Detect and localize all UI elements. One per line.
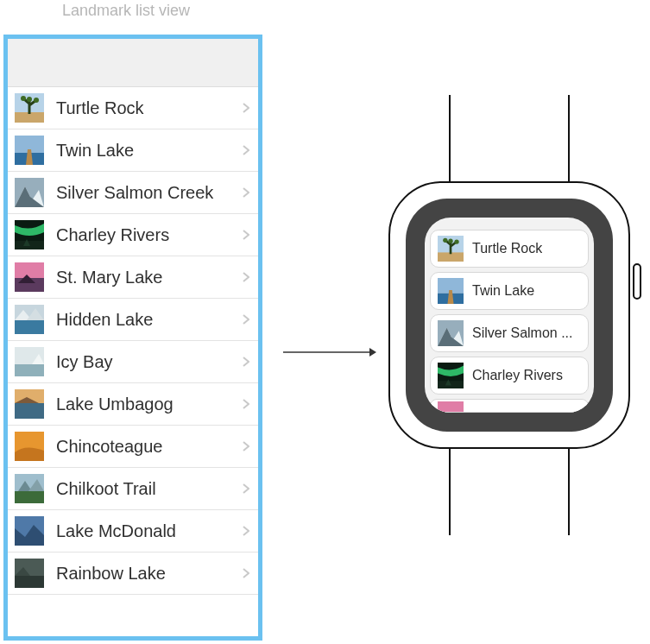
navigation-bar (8, 39, 258, 87)
thumbnail-icon (438, 236, 464, 262)
chevron-right-icon (243, 526, 249, 536)
watch-band-bottom (449, 440, 570, 535)
svg-marker-38 (369, 348, 376, 357)
landmark-name-label: Icy Bay (56, 352, 243, 372)
chevron-right-icon (243, 230, 249, 240)
landmark-name-label: Charley Rivers (472, 368, 563, 383)
thumbnail-icon (15, 262, 44, 292)
thumbnail-icon (15, 389, 44, 419)
chevron-right-icon (243, 441, 249, 451)
list-row[interactable]: Icy Bay (8, 341, 258, 383)
list-row[interactable]: Chincoteague (8, 426, 258, 468)
watch-list-row[interactable]: Silver Salmon ... (430, 314, 589, 352)
chevron-right-icon (243, 187, 249, 198)
thumbnail-icon (15, 432, 44, 461)
watch-bezel: Turtle Rock Twin Lake Silver Salmon ... … (406, 199, 613, 432)
list-row[interactable]: Rainbow Lake (8, 552, 258, 595)
list-row[interactable]: Turtle Rock (8, 87, 258, 129)
chevron-right-icon (243, 272, 249, 282)
watch-band-top (449, 95, 570, 190)
landmark-name-label: St. Mary Lake (56, 268, 243, 287)
landmark-name-label: Chincoteague (56, 437, 243, 457)
landmark-name-label: Charley Rivers (56, 225, 243, 245)
landmark-name-label: Rainbow Lake (56, 564, 243, 584)
thumbnail-icon (15, 178, 44, 207)
list-row[interactable]: Charley Rivers (8, 214, 258, 256)
landmark-name-label: Silver Salmon Creek (56, 183, 243, 203)
thumbnail-icon (438, 320, 464, 346)
list-row[interactable]: Twin Lake (8, 129, 258, 172)
watch-list-row[interactable] (430, 399, 589, 413)
thumbnail-icon (15, 220, 44, 249)
landmark-name-label: Twin Lake (56, 141, 243, 161)
chevron-right-icon (243, 145, 249, 155)
flow-arrow (283, 345, 376, 356)
landmark-name-label: Hidden Lake (56, 310, 243, 330)
watch-case: Turtle Rock Twin Lake Silver Salmon ... … (388, 181, 630, 449)
thumbnail-icon (438, 278, 464, 304)
thumbnail-icon (438, 401, 464, 413)
list-row[interactable]: Silver Salmon Creek (8, 172, 258, 214)
watch-list-row[interactable]: Turtle Rock (430, 230, 589, 268)
list-row[interactable]: St. Mary Lake (8, 256, 258, 299)
watch-list-row[interactable]: Charley Rivers (430, 357, 589, 395)
thumbnail-icon (15, 93, 44, 123)
thumbnail-icon (15, 559, 44, 588)
landmark-name-label: Twin Lake (472, 283, 534, 299)
landmark-list[interactable]: Turtle Rock Twin Lake Silver Salmon Cree… (8, 87, 258, 636)
thumbnail-icon (15, 347, 44, 376)
landmark-name-label: Turtle Rock (472, 241, 542, 256)
landmark-name-label: Silver Salmon ... (472, 325, 572, 341)
chevron-right-icon (243, 568, 249, 578)
chevron-right-icon (243, 103, 249, 113)
list-row[interactable]: Lake Umbagog (8, 383, 258, 426)
thumbnail-icon (438, 363, 464, 388)
diagram-caption: Landmark list view (62, 2, 190, 20)
watch-list-row[interactable]: Twin Lake (430, 272, 589, 310)
chevron-right-icon (243, 399, 249, 409)
landmark-name-label: Lake McDonald (56, 521, 243, 541)
list-row[interactable]: Lake McDonald (8, 510, 258, 552)
landmark-list-panel: Turtle Rock Twin Lake Silver Salmon Cree… (3, 35, 262, 641)
chevron-right-icon (243, 314, 249, 325)
chevron-right-icon (243, 483, 249, 494)
thumbnail-icon (15, 516, 44, 546)
watch-device: Turtle Rock Twin Lake Silver Salmon ... … (380, 95, 639, 535)
chevron-right-icon (243, 357, 249, 367)
landmark-name-label: Turtle Rock (56, 98, 243, 118)
landmark-name-label: Chilkoot Trail (56, 479, 243, 499)
list-row[interactable]: Chilkoot Trail (8, 468, 258, 510)
watch-screen-list[interactable]: Turtle Rock Twin Lake Silver Salmon ... … (425, 218, 594, 413)
watch-crown[interactable] (633, 263, 641, 300)
thumbnail-icon (15, 136, 44, 165)
thumbnail-icon (15, 305, 44, 334)
thumbnail-icon (15, 474, 44, 503)
landmark-name-label: Lake Umbagog (56, 395, 243, 414)
list-row[interactable]: Hidden Lake (8, 299, 258, 341)
